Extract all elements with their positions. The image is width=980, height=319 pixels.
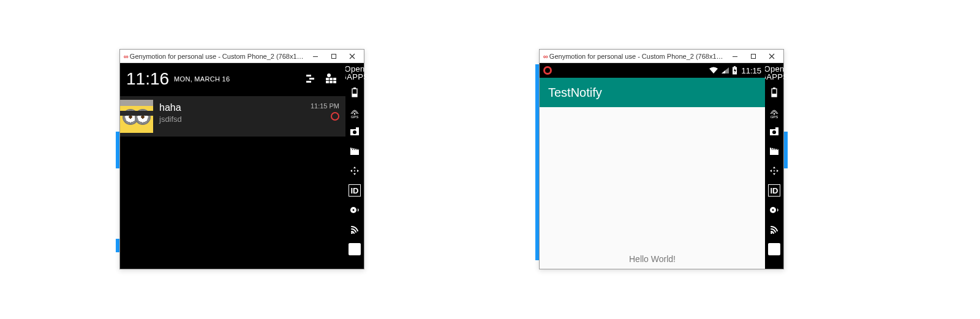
clapperboard-icon[interactable] (349, 145, 361, 157)
app-action-bar: TestNotify (540, 78, 765, 107)
svg-rect-24 (733, 56, 737, 57)
emulator-toolbar: Open GAPPS GPS ID • (345, 63, 364, 269)
svg-rect-1 (332, 54, 336, 58)
signal-icon (721, 67, 729, 74)
shade-date: MON, MARCH 16 (174, 75, 230, 83)
svg-point-22 (353, 209, 355, 211)
shade-time: 11:16 (126, 69, 169, 89)
camera-icon[interactable] (768, 126, 780, 138)
emulator-body: 11:16 MON, MARCH 16 haha jsdifsd (120, 63, 364, 269)
device-screen-app[interactable]: 11:15 TestNotify Hello World! (540, 63, 765, 269)
svg-point-15 (354, 113, 356, 115)
background-decoration (784, 132, 788, 168)
message-icon[interactable]: ••• (768, 243, 780, 255)
svg-rect-14 (352, 94, 357, 97)
emulator-window-right: ∞ Genymotion for personal use - Custom P… (539, 49, 784, 269)
disk-io-icon[interactable] (768, 204, 780, 216)
multi-user-icon[interactable] (325, 72, 339, 86)
svg-point-38 (772, 209, 774, 211)
gps-button[interactable]: GPS (349, 106, 361, 118)
notification-large-icon (120, 100, 153, 133)
svg-point-20 (354, 170, 355, 171)
opengapps-button[interactable]: Open GAPPS (768, 67, 780, 79)
emulator-body: 11:15 TestNotify Hello World! Open GAPPS… (540, 63, 783, 269)
svg-rect-7 (330, 78, 333, 80)
svg-rect-35 (770, 150, 778, 155)
svg-point-17 (353, 130, 356, 134)
battery-charging-icon (732, 66, 737, 75)
emulator-toolbar: Open GAPPS GPS ID • (765, 63, 783, 269)
move-icon[interactable] (349, 165, 361, 177)
notification-small-icon (331, 112, 339, 121)
identifier-button[interactable]: ID (349, 184, 361, 197)
network-icon[interactable] (768, 223, 780, 236)
maximize-button[interactable] (325, 50, 343, 62)
quick-settings-toggle-icon[interactable] (304, 72, 318, 86)
battery-icon[interactable] (768, 86, 780, 99)
identifier-button[interactable]: ID (768, 184, 780, 197)
device-screen-notification-shade[interactable]: 11:16 MON, MARCH 16 haha jsdifsd (120, 63, 345, 269)
svg-point-33 (772, 130, 776, 134)
notification-item[interactable]: haha jsdifsd 11:15 PM (120, 96, 345, 137)
notification-title: haha (159, 102, 311, 113)
emulator-window-left: ∞ Genymotion for personal use - Custom P… (119, 49, 364, 269)
maximize-button[interactable] (744, 50, 763, 62)
genymotion-logo-icon: ∞ (543, 53, 547, 60)
svg-rect-4 (306, 81, 311, 83)
svg-rect-6 (326, 78, 329, 80)
svg-rect-30 (772, 94, 777, 97)
notification-time: 11:15 PM (311, 102, 339, 110)
notification-meta: 11:15 PM (311, 100, 339, 121)
svg-rect-19 (350, 150, 359, 155)
svg-point-23 (351, 232, 353, 234)
android-status-bar: 11:15 (540, 63, 765, 78)
wifi-icon (709, 67, 718, 74)
hello-world-label: Hello World! (629, 254, 676, 264)
window-titlebar[interactable]: ∞ Genymotion for personal use - Custom P… (120, 50, 364, 63)
camera-icon[interactable] (349, 126, 361, 138)
svg-rect-2 (306, 75, 311, 77)
window-titlebar[interactable]: ∞ Genymotion for personal use - Custom P… (540, 50, 783, 63)
notification-shade-header: 11:16 MON, MARCH 16 (120, 63, 345, 95)
genymotion-logo-icon: ∞ (124, 53, 127, 60)
svg-rect-34 (775, 127, 778, 129)
svg-rect-11 (333, 81, 336, 83)
message-icon[interactable]: ••• (349, 243, 361, 255)
app-content: Hello World! (540, 107, 765, 269)
network-icon[interactable] (349, 223, 361, 236)
svg-point-39 (771, 232, 772, 234)
minimize-button[interactable] (726, 50, 744, 62)
status-bar-time: 11:15 (741, 66, 761, 75)
opengapps-button[interactable]: Open GAPPS (349, 67, 361, 79)
svg-point-5 (327, 73, 331, 77)
svg-rect-9 (326, 81, 329, 83)
record-indicator-icon (543, 66, 552, 75)
svg-rect-8 (333, 78, 336, 80)
svg-rect-25 (752, 54, 756, 58)
notification-content: haha jsdifsd (159, 100, 311, 124)
move-icon[interactable] (768, 165, 780, 177)
clapperboard-icon[interactable] (768, 145, 780, 157)
svg-point-31 (774, 113, 775, 115)
svg-rect-18 (356, 127, 359, 129)
disk-io-icon[interactable] (349, 204, 361, 216)
gps-button[interactable]: GPS (768, 106, 780, 118)
window-title: Genymotion for personal use - Custom Pho… (130, 53, 306, 60)
app-title: TestNotify (548, 86, 602, 100)
svg-point-36 (774, 170, 775, 171)
close-button[interactable] (343, 50, 361, 62)
svg-rect-0 (313, 56, 318, 57)
battery-icon[interactable] (349, 86, 361, 99)
svg-rect-3 (309, 78, 314, 80)
minimize-button[interactable] (306, 50, 325, 62)
svg-rect-10 (330, 81, 333, 83)
svg-rect-26 (734, 66, 736, 67)
close-button[interactable] (763, 50, 781, 62)
notification-text: jsdifsd (159, 114, 311, 124)
window-title: Genymotion for personal use - Custom Pho… (549, 53, 726, 60)
